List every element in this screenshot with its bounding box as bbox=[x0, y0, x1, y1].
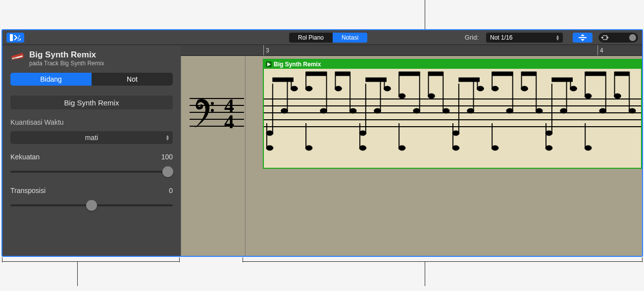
toolbar: Rol Piano Notasi Grid: Not 1/16 ▴▾ bbox=[2, 30, 642, 45]
midi-region[interactable]: Big Synth Remix bbox=[263, 59, 642, 169]
divider bbox=[245, 56, 246, 256]
svg-point-40 bbox=[384, 86, 391, 91]
svg-point-84 bbox=[570, 86, 577, 91]
time-quantize-label: Kuantisasi Waktu bbox=[10, 118, 173, 126]
vertical-autozoom-button[interactable] bbox=[573, 33, 593, 43]
grid-label: Grid: bbox=[465, 34, 479, 41]
svg-point-89 bbox=[599, 108, 606, 113]
divider bbox=[181, 56, 181, 256]
svg-rect-4 bbox=[579, 37, 587, 38]
grid-select-value: Not 1/16 bbox=[490, 34, 512, 41]
svg-rect-91 bbox=[585, 72, 606, 76]
svg-point-2 bbox=[18, 37, 19, 38]
slider-track bbox=[10, 171, 173, 173]
svg-rect-83 bbox=[552, 78, 567, 82]
ruler[interactable]: 3 4 bbox=[181, 45, 642, 56]
transpose-value: 0 bbox=[169, 187, 173, 194]
svg-rect-61 bbox=[459, 78, 474, 82]
callout-line-inspector bbox=[77, 261, 78, 286]
svg-point-55 bbox=[398, 146, 405, 150]
score-canvas[interactable]: 4 4 Big Synth Remix bbox=[181, 56, 642, 256]
svg-rect-74 bbox=[522, 72, 537, 76]
svg-point-35 bbox=[359, 131, 366, 136]
callout-span-score bbox=[243, 261, 643, 262]
svg-point-67 bbox=[506, 108, 513, 113]
transpose-slider[interactable] bbox=[10, 199, 173, 211]
svg-point-87 bbox=[585, 94, 592, 98]
vertical-zoom-icon bbox=[578, 34, 588, 41]
svg-rect-42 bbox=[381, 78, 387, 82]
inspector-panel: Big Synth Remix pada Track Big Synth Rem… bbox=[2, 45, 181, 256]
svg-rect-20 bbox=[288, 78, 294, 82]
transpose-label: Transposisi bbox=[10, 187, 46, 194]
svg-point-26 bbox=[335, 86, 342, 91]
svg-rect-96 bbox=[615, 72, 630, 76]
tab-piano-roll[interactable]: Rol Piano bbox=[289, 33, 333, 43]
svg-point-10 bbox=[211, 102, 214, 105]
svg-rect-69 bbox=[492, 72, 513, 76]
svg-point-77 bbox=[492, 146, 498, 150]
play-region-icon bbox=[266, 61, 272, 67]
link-icon bbox=[600, 35, 609, 41]
strength-label: Kekuatan bbox=[10, 153, 40, 161]
tab-notes[interactable]: Not bbox=[92, 73, 173, 86]
svg-rect-86 bbox=[567, 78, 573, 82]
catch-playhead-toggle[interactable] bbox=[598, 33, 638, 43]
ruler-mark: 4 bbox=[597, 45, 603, 55]
strength-slider[interactable] bbox=[10, 166, 173, 178]
callout-line-score bbox=[425, 261, 425, 286]
svg-point-99 bbox=[585, 146, 592, 150]
svg-point-18 bbox=[291, 86, 297, 91]
svg-point-23 bbox=[320, 108, 327, 113]
toggle-knob bbox=[629, 34, 636, 41]
svg-point-49 bbox=[443, 108, 449, 113]
svg-point-37 bbox=[374, 108, 381, 113]
strength-value: 100 bbox=[161, 153, 173, 161]
tab-notation[interactable]: Notasi bbox=[333, 33, 367, 43]
svg-point-70 bbox=[521, 86, 528, 91]
svg-point-75 bbox=[452, 146, 459, 150]
svg-point-43 bbox=[398, 94, 405, 98]
svg-point-33 bbox=[305, 146, 312, 150]
slider-thumb[interactable] bbox=[162, 166, 173, 177]
notation bbox=[264, 69, 641, 168]
svg-point-27 bbox=[349, 108, 356, 113]
clef-zone: 4 4 bbox=[190, 89, 244, 138]
inspector-toggle-icon bbox=[10, 34, 21, 41]
inspector-toggle-button[interactable] bbox=[6, 33, 24, 43]
svg-point-48 bbox=[428, 94, 435, 98]
grid-select[interactable]: Not 1/16 ▴▾ bbox=[486, 33, 563, 43]
slider-thumb[interactable] bbox=[86, 200, 97, 211]
svg-rect-30 bbox=[335, 72, 350, 76]
time-sig-den: 4 bbox=[224, 110, 234, 133]
svg-point-79 bbox=[545, 131, 552, 136]
region-name-button[interactable]: Big Synth Remix bbox=[10, 96, 173, 109]
svg-point-21 bbox=[305, 86, 312, 91]
region-subtitle: pada Track Big Synth Remix bbox=[29, 60, 104, 67]
svg-point-97 bbox=[545, 146, 552, 150]
svg-rect-0 bbox=[10, 34, 13, 41]
keyboard-instrument-icon bbox=[10, 50, 24, 61]
svg-rect-25 bbox=[306, 72, 327, 76]
svg-point-65 bbox=[492, 86, 498, 91]
svg-point-57 bbox=[452, 131, 459, 136]
tab-region[interactable]: Bidang bbox=[10, 73, 92, 86]
region-body[interactable] bbox=[264, 69, 641, 168]
inspector-tab-segmented: Bidang Not bbox=[10, 73, 173, 86]
score-area: 3 4 bbox=[181, 45, 642, 256]
region-header: Big Synth Remix pada Track Big Synth Rem… bbox=[10, 50, 173, 67]
view-mode-segmented: Rol Piano Notasi bbox=[289, 33, 367, 43]
time-quantize-select[interactable]: mati ▴▾ bbox=[10, 131, 173, 144]
region-header-bar[interactable]: Big Synth Remix bbox=[264, 60, 641, 69]
svg-point-15 bbox=[281, 108, 288, 113]
svg-point-92 bbox=[614, 94, 621, 98]
region-clip-title: Big Synth Remix bbox=[274, 61, 321, 68]
region-title: Big Synth Remix bbox=[29, 50, 104, 60]
svg-point-3 bbox=[20, 38, 21, 39]
svg-point-93 bbox=[629, 108, 636, 113]
chevron-updown-icon: ▴▾ bbox=[556, 35, 559, 41]
time-quantize-value: mati bbox=[85, 134, 98, 142]
svg-rect-64 bbox=[474, 78, 480, 82]
svg-point-59 bbox=[467, 108, 474, 113]
bass-clef-icon bbox=[195, 99, 214, 128]
